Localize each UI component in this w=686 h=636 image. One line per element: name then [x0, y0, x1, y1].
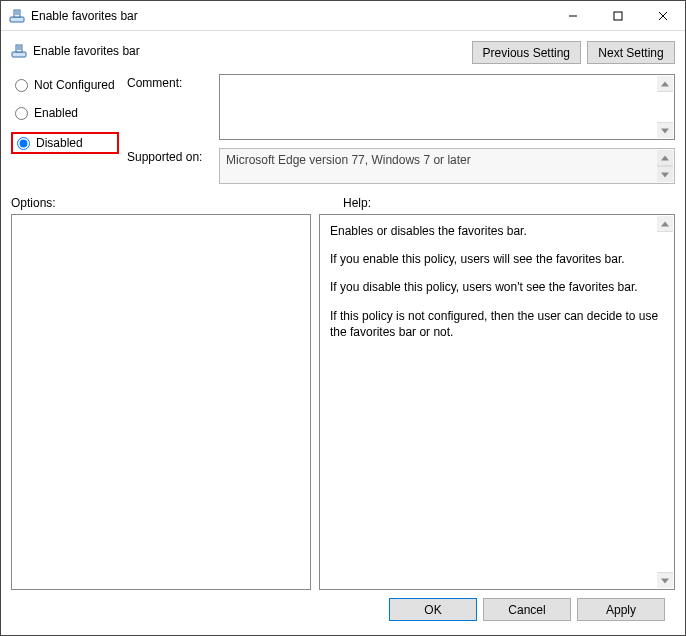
policy-icon: [11, 43, 27, 59]
scroll-up-icon[interactable]: [657, 76, 673, 92]
help-paragraph: If you disable this policy, users won't …: [330, 279, 664, 295]
help-pane: Enables or disables the favorites bar. I…: [319, 214, 675, 590]
options-pane: [11, 214, 311, 590]
header-row: Enable favorites bar Previous Setting Ne…: [11, 39, 675, 64]
form-column: Comment: Supported on: Microsoft Edge ve…: [127, 74, 675, 184]
comment-input[interactable]: [219, 74, 675, 140]
comment-label: Comment:: [127, 74, 213, 90]
policy-name-label: Enable favorites bar: [11, 43, 140, 59]
footer-buttons: OK Cancel Apply: [11, 590, 675, 629]
close-button[interactable]: [640, 1, 685, 30]
svg-rect-0: [10, 17, 24, 22]
radio-enabled-label: Enabled: [34, 106, 78, 120]
radio-not-configured-input[interactable]: [15, 79, 28, 92]
supported-on-field: Microsoft Edge version 77, Windows 7 or …: [219, 148, 675, 184]
policy-name-text: Enable favorites bar: [33, 44, 140, 58]
nav-buttons: Previous Setting Next Setting: [472, 41, 675, 64]
next-setting-button[interactable]: Next Setting: [587, 41, 675, 64]
pane-labels-row: Options: Help:: [11, 196, 675, 210]
radio-disabled-label: Disabled: [36, 136, 83, 150]
policy-icon: [9, 8, 25, 24]
comment-row: Comment:: [127, 74, 675, 140]
radio-disabled-input[interactable]: [17, 137, 30, 150]
supported-on-text: Microsoft Edge version 77, Windows 7 or …: [226, 153, 471, 167]
svg-rect-8: [12, 52, 26, 57]
help-paragraph: If you enable this policy, users will se…: [330, 251, 664, 267]
content-area: Enable favorites bar Previous Setting Ne…: [1, 31, 685, 635]
previous-setting-button[interactable]: Previous Setting: [472, 41, 581, 64]
state-radio-group: Not Configured Enabled Disabled: [11, 74, 119, 184]
minimize-button[interactable]: [550, 1, 595, 30]
ok-button[interactable]: OK: [389, 598, 477, 621]
options-label: Options:: [11, 196, 343, 210]
radio-disabled[interactable]: Disabled: [11, 132, 119, 154]
scroll-up-icon[interactable]: [657, 216, 673, 232]
apply-button[interactable]: Apply: [577, 598, 665, 621]
radio-not-configured[interactable]: Not Configured: [11, 76, 119, 94]
help-paragraph: Enables or disables the favorites bar.: [330, 223, 664, 239]
state-row: Not Configured Enabled Disabled Comment:: [11, 74, 675, 184]
scroll-down-icon[interactable]: [657, 122, 673, 138]
radio-enabled[interactable]: Enabled: [11, 104, 119, 122]
radio-not-configured-label: Not Configured: [34, 78, 115, 92]
scroll-up-icon: [657, 150, 673, 166]
svg-rect-5: [614, 12, 622, 20]
maximize-button[interactable]: [595, 1, 640, 30]
window-title: Enable favorites bar: [31, 9, 550, 23]
titlebar: Enable favorites bar: [1, 1, 685, 31]
scroll-down-icon[interactable]: [657, 572, 673, 588]
help-paragraph: If this policy is not configured, then t…: [330, 308, 664, 340]
policy-editor-window: Enable favorites bar: [0, 0, 686, 636]
supported-label: Supported on:: [127, 148, 213, 164]
supported-row: Supported on: Microsoft Edge version 77,…: [127, 148, 675, 184]
panes-row: Enables or disables the favorites bar. I…: [11, 214, 675, 590]
cancel-button[interactable]: Cancel: [483, 598, 571, 621]
scroll-down-icon: [657, 166, 673, 182]
window-controls: [550, 1, 685, 30]
radio-enabled-input[interactable]: [15, 107, 28, 120]
help-label: Help:: [343, 196, 675, 210]
